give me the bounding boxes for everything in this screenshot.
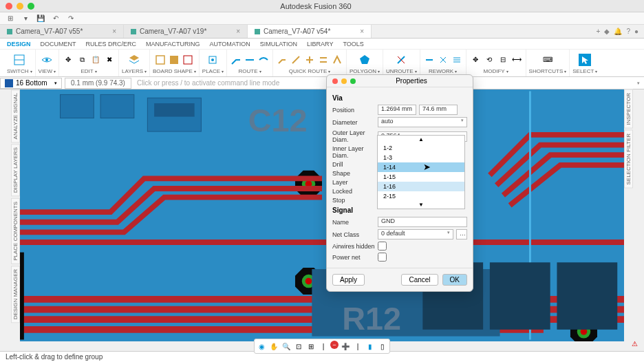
menu-tools[interactable]: TOOLS (343, 41, 363, 47)
ribbon-boardshape[interactable]: BOARD SHAPE (150, 50, 200, 76)
layers-toggle-icon[interactable]: ▮ (365, 341, 376, 352)
view-toolbar: ◉ ✋ 🔍 ⊡ ⊞ | − ➕ | ▮ ▯ (254, 339, 390, 354)
position-y-input[interactable]: 74.6 mm (419, 105, 458, 115)
file-icon[interactable]: ▾ (21, 14, 30, 23)
move-icon: ✥ (62, 54, 74, 66)
position-x-input[interactable]: 1.2694 mm (378, 105, 416, 115)
panel-design-manager[interactable]: DESIGN MANAGER (11, 266, 20, 323)
user-avatar[interactable]: ● (634, 28, 638, 35)
dropdown-option[interactable]: 1-2 (378, 143, 464, 153)
cmd-dropdown-icon[interactable]: ▾ (633, 81, 644, 86)
ribbon-view[interactable]: VIEW (36, 50, 59, 76)
menu-document[interactable]: DOCUMENT (41, 41, 76, 47)
minimize-window-icon[interactable] (17, 3, 23, 10)
ribbon-route[interactable]: ROUTE (227, 50, 273, 76)
menu-library[interactable]: LIBRARY (307, 41, 333, 47)
ribbon-rework[interactable]: REWORK (420, 50, 466, 76)
dropdown-option[interactable]: 2-15 (378, 191, 464, 201)
panel-analyze-signal[interactable]: ANALYZE SIGNAL (11, 89, 20, 142)
ribbon-unroute[interactable]: UNROUTE (383, 50, 420, 76)
close-window-icon[interactable] (6, 3, 12, 10)
layer-name: 16 Bottom (16, 79, 47, 87)
layers-toggle-2-icon[interactable]: ▯ (377, 341, 388, 352)
board-icon (154, 54, 167, 66)
section-via: Via (332, 94, 467, 102)
help-icon[interactable]: ? (626, 28, 630, 35)
svg-rect-13 (154, 103, 195, 117)
qr-icon-4 (317, 54, 330, 66)
pcb-icon (255, 29, 260, 34)
netclass-select[interactable]: 0 default (378, 229, 453, 239)
menu-design[interactable]: DESIGN (7, 41, 31, 47)
ribbon-shortcuts[interactable]: ⌨ SHORTCUTS (526, 50, 570, 76)
dropdown-option[interactable]: 1-3 (378, 153, 464, 162)
label-locked: Locked (332, 188, 375, 195)
cancel-button[interactable]: Cancel (401, 274, 438, 286)
ribbon-polygon[interactable]: POLYGON (347, 50, 383, 76)
undo-icon[interactable]: ↶ (51, 14, 61, 23)
dialog-titlebar[interactable]: Properties (327, 75, 473, 87)
close-tab-icon[interactable]: × (112, 28, 116, 35)
zoom-window-icon[interactable]: ⊞ (305, 341, 316, 352)
ribbon-place[interactable]: PLACE (200, 50, 227, 76)
notifications-icon[interactable]: 🔔 (614, 28, 622, 35)
fit-icon[interactable]: ⊡ (293, 341, 304, 352)
ribbon-select[interactable]: SELECT (570, 50, 600, 76)
diameter-select[interactable]: auto (378, 117, 467, 127)
qr-icon-2 (290, 54, 302, 66)
scroll-down-icon[interactable]: ▼ (378, 201, 464, 209)
layer-dropdown[interactable]: ▲ 1-2 1-3 1-14 1-15 1-16 2-15 ▼ (377, 135, 465, 209)
label-name: Name (332, 219, 375, 226)
minus-icon[interactable]: − (330, 341, 339, 349)
ribbon-layers[interactable]: LAYERS (119, 50, 150, 76)
save-icon[interactable]: 💾 (36, 14, 45, 23)
dropdown-option-selected[interactable]: 1-16 (378, 182, 464, 191)
grid-info[interactable]: 0.1 mm (9.9 74.3) (65, 78, 131, 89)
grid-icon[interactable]: ⊞ (6, 14, 15, 23)
netclass-browse-button[interactable]: … (456, 229, 467, 239)
pan-icon[interactable]: ✋ (268, 341, 279, 352)
status-text: Left-click & drag to define group (6, 353, 103, 361)
plus-icon[interactable]: ➕ (340, 341, 351, 352)
dropdown-option[interactable]: 1-15 (378, 172, 464, 182)
zoom-icon[interactable]: 🔍 (281, 341, 292, 352)
signal-name-input[interactable]: GND (378, 217, 467, 227)
maximize-window-icon[interactable] (28, 3, 34, 10)
redo-icon[interactable]: ↷ (66, 14, 76, 23)
svg-rect-11 (100, 94, 134, 118)
panel-place-components[interactable]: PLACE COMPONENTS (11, 198, 20, 264)
airwires-checkbox[interactable] (378, 242, 387, 251)
menu-simulation[interactable]: SIMULATION (260, 41, 297, 47)
new-tab-icon[interactable]: + (597, 28, 601, 35)
label-stop: Stop (332, 197, 375, 204)
menu-manufacturing[interactable]: MANUFACTURING (146, 41, 200, 47)
drc-warning-icon[interactable]: ⚠ (632, 340, 641, 350)
powernet-checkbox[interactable] (378, 253, 387, 262)
ribbon-edit[interactable]: ✥ ⧉ 📋 ✖ EDIT (59, 50, 119, 76)
panel-inspector[interactable]: INSPECTOR (624, 89, 633, 129)
layer-selector[interactable]: 16 Bottom ▾ (0, 78, 62, 89)
dialog-close-icon[interactable] (332, 78, 338, 84)
ribbon-quickroute[interactable]: QUICK ROUTE (273, 50, 347, 76)
pcb-canvas[interactable]: C12 (20, 89, 624, 341)
extensions-icon[interactable]: ◆ (604, 28, 610, 35)
scroll-up-icon[interactable]: ▲ (378, 136, 464, 143)
apply-button[interactable]: Apply (332, 274, 365, 286)
panel-selection-filter[interactable]: SELECTION FILTER (624, 130, 633, 189)
close-tab-icon[interactable]: × (360, 28, 364, 35)
ok-button[interactable]: OK (442, 274, 467, 286)
menu-automation[interactable]: AUTOMATION (210, 41, 250, 47)
ribbon-switch[interactable]: SWITCH (4, 50, 36, 76)
nav-cube-icon[interactable]: ◉ (256, 341, 267, 352)
panel-display-layers[interactable]: DISPLAY LAYERS (11, 144, 20, 196)
document-tab-active[interactable]: Camera_V7-A07 v54* × (248, 25, 372, 38)
dropdown-option-highlighted[interactable]: 1-14 (378, 162, 464, 172)
ribbon-modify[interactable]: ✥ ⟲ ⊟ ⟷ MODIFY (466, 50, 526, 76)
menu-rules[interactable]: RULES DRC/ERC (86, 41, 137, 47)
document-tab[interactable]: Camera_V7-A07 v19* × (124, 25, 248, 38)
close-tab-icon[interactable]: × (236, 28, 240, 35)
tab-label: Camera_V7-A07 v55* (16, 28, 83, 35)
document-tab[interactable]: Camera_V7-A07 v55* × (0, 25, 124, 38)
dialog-min-icon[interactable] (341, 78, 347, 84)
dialog-max-icon[interactable] (350, 78, 356, 84)
